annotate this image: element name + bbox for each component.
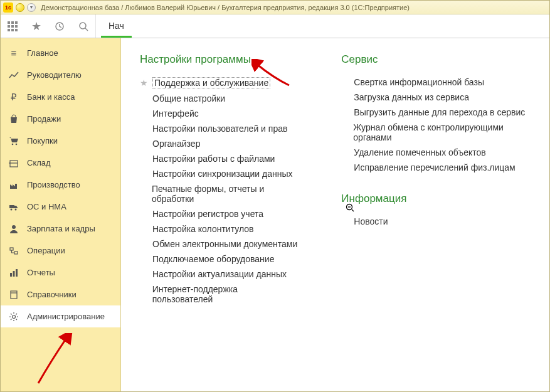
book-icon: [8, 289, 19, 300]
service-column: Сервис Свертка информационной базы Загру…: [341, 53, 531, 307]
box-icon: [8, 157, 19, 169]
svg-rect-8: [15, 29, 18, 31]
link-user-rights[interactable]: Настройки пользователей и прав: [152, 124, 287, 134]
tabs: Нач: [96, 14, 132, 38]
svg-rect-2: [15, 21, 18, 24]
svg-rect-4: [11, 25, 14, 28]
link-data-actualization[interactable]: Настройки актуализации данных: [152, 269, 287, 279]
operations-icon: [8, 245, 19, 257]
sidebar-item-reports[interactable]: Отчеты: [1, 262, 120, 283]
sidebar-item-label: Отчеты: [27, 268, 55, 277]
titlebar-dropdown-button[interactable]: ▾: [27, 3, 36, 12]
svg-rect-0: [8, 21, 10, 24]
sidebar-item-administration[interactable]: Администрирование: [1, 305, 120, 327]
content: Настройки программы ★ Поддержка и обслуж…: [121, 38, 549, 391]
section-title-service: Сервис: [341, 53, 531, 66]
link-load-service[interactable]: Загрузка данных из сервиса: [354, 92, 469, 102]
svg-rect-1: [11, 21, 14, 24]
svg-point-12: [12, 143, 14, 145]
svg-rect-14: [10, 161, 18, 167]
link-organizer[interactable]: Органайзер: [152, 139, 200, 149]
tab-start[interactable]: Нач: [101, 14, 132, 38]
sidebar-item-label: Зарплата и кадры: [27, 224, 95, 233]
star-icon[interactable]: ★: [29, 19, 44, 34]
titlebar: 1c ▾ Демонстрационная база / Любимов Вал…: [1, 1, 549, 14]
link-fix-transfers[interactable]: Исправление перечислений физ.лицам: [354, 162, 515, 172]
sidebar-item-label: ОС и НМА: [27, 202, 66, 211]
sidebar-item-label: Склад: [27, 158, 51, 167]
sidebar-item-label: Производство: [27, 180, 80, 189]
link-sync[interactable]: Настройки синхронизации данных: [152, 169, 292, 179]
gear-icon: [8, 311, 19, 322]
link-general-settings[interactable]: Общие настройки: [152, 93, 225, 103]
link-delete-marked[interactable]: Удаление помеченных объектов: [354, 147, 485, 157]
sidebar-item-main[interactable]: ≡ Главное: [1, 42, 120, 64]
favorite-star-icon[interactable]: ★: [140, 78, 149, 88]
link-support[interactable]: Поддержка и обслуживание: [152, 77, 270, 88]
svg-rect-24: [16, 269, 18, 277]
link-headers-footers[interactable]: Настройка колонтитулов: [152, 224, 253, 234]
apps-grid-icon[interactable]: [5, 19, 20, 34]
link-news[interactable]: Новости: [354, 216, 388, 226]
link-row: ★ Поддержка и обслуживание: [140, 75, 297, 91]
svg-point-10: [80, 23, 86, 29]
sidebar-item-sales[interactable]: Продажи: [1, 108, 120, 130]
sidebar-item-catalogs[interactable]: Справочники: [1, 283, 120, 305]
svg-rect-23: [13, 271, 15, 277]
person-icon: [8, 223, 19, 235]
sidebar-item-assets[interactable]: ОС и НМА: [1, 196, 120, 218]
sidebar-item-manager[interactable]: Руководителю: [1, 64, 120, 86]
link-export-service[interactable]: Выгрузить данные для перехода в сервис: [354, 107, 525, 117]
sidebar-item-label: Справочники: [27, 290, 77, 299]
link-equipment[interactable]: Подключаемое оборудование: [152, 254, 274, 264]
svg-rect-6: [8, 29, 10, 31]
ruble-icon: ₽: [8, 92, 19, 103]
svg-rect-21: [14, 252, 18, 254]
link-files[interactable]: Настройки работы с файлами: [152, 154, 275, 164]
svg-rect-20: [10, 248, 13, 250]
truck-icon: [8, 201, 19, 213]
link-interface[interactable]: Интерфейс: [152, 109, 199, 119]
app-logo-icon: 1c: [3, 3, 13, 13]
svg-rect-3: [8, 25, 10, 28]
sidebar-item-warehouse[interactable]: Склад: [1, 152, 120, 174]
chart-line-icon: [8, 70, 19, 81]
menu-icon: ≡: [8, 48, 19, 59]
link-db-compress[interactable]: Свертка информационной базы: [354, 77, 484, 87]
settings-column: Настройки программы ★ Поддержка и обслуж…: [140, 53, 297, 307]
sidebar-item-bank[interactable]: ₽ Банк и касса: [1, 86, 120, 108]
link-exchange-journal[interactable]: Журнал обмена с контролирующими органами: [353, 122, 531, 142]
sidebar-item-label: Операции: [27, 246, 65, 255]
search-icon[interactable]: [76, 19, 91, 34]
titlebar-button-1[interactable]: [16, 3, 24, 12]
history-icon[interactable]: [52, 19, 67, 34]
svg-rect-22: [10, 273, 12, 277]
body: ≡ Главное Руководителю ₽ Банк и касса Пр…: [1, 38, 549, 391]
svg-rect-25: [11, 291, 17, 299]
factory-icon: [8, 179, 19, 191]
sidebar-item-label: Банк и касса: [27, 92, 75, 102]
toolbar: ★ Нач: [1, 14, 549, 38]
sidebar-item-hr[interactable]: Зарплата и кадры: [1, 218, 120, 240]
link-registers[interactable]: Настройки регистров учета: [152, 209, 263, 219]
sidebar-item-operations[interactable]: Операции: [1, 240, 120, 262]
svg-point-18: [15, 208, 17, 210]
window-title: Демонстрационная база / Любимов Валерий …: [41, 4, 410, 11]
svg-rect-16: [9, 205, 14, 208]
sidebar-item-label: Продажи: [27, 114, 61, 124]
svg-line-11: [85, 28, 88, 31]
svg-rect-7: [11, 29, 14, 31]
link-print-forms[interactable]: Печатные формы, отчеты и обработки: [152, 184, 297, 204]
sidebar-item-label: Главное: [27, 48, 58, 58]
toolbar-icons: ★: [1, 14, 96, 38]
link-edoc-exchange[interactable]: Обмен электронными документами: [152, 239, 297, 249]
link-internet-support[interactable]: Интернет-поддержка пользователей: [152, 284, 298, 304]
sidebar-item-production[interactable]: Производство: [1, 174, 120, 196]
sidebar: ≡ Главное Руководителю ₽ Банк и касса Пр…: [1, 38, 121, 391]
svg-rect-5: [15, 25, 18, 28]
bag-icon: [8, 114, 19, 125]
sidebar-item-label: Покупки: [27, 136, 58, 146]
section-title-info: Информация: [341, 193, 531, 205]
sidebar-item-purchases[interactable]: Покупки: [1, 130, 120, 152]
sidebar-item-label: Администрирование: [27, 312, 105, 321]
